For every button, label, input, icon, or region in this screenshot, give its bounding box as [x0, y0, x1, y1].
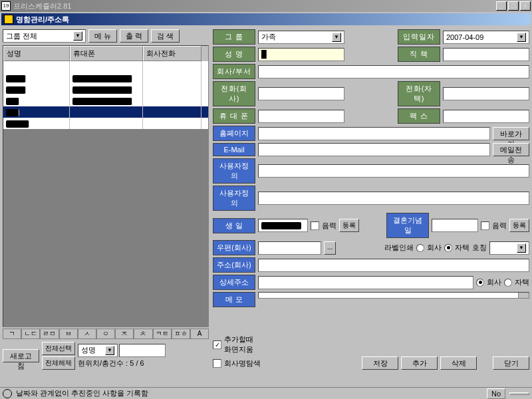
- addr-field[interactable]: [258, 259, 529, 272]
- lunar2-checkbox[interactable]: [481, 221, 489, 230]
- radio-company-label: 회사: [427, 243, 442, 253]
- maximize-button[interactable]: □: [508, 1, 519, 11]
- reg1-button[interactable]: 등록: [339, 219, 359, 232]
- search-field-dropdown[interactable]: 성명 ▼: [78, 344, 118, 357]
- print-button[interactable]: 출 력: [120, 29, 148, 43]
- table-row[interactable]: [3, 118, 208, 129]
- app-icon: 19: [1, 1, 11, 11]
- email-field[interactable]: [258, 143, 490, 156]
- refresh-button[interactable]: 새로고침: [3, 349, 39, 362]
- goto-button[interactable]: 바로가기: [493, 127, 529, 140]
- lunar1-label: 음력: [322, 221, 336, 231]
- lunar2-label: 음력: [492, 221, 507, 231]
- lbl-email: E-Mail: [213, 143, 255, 156]
- save-button[interactable]: 저장: [362, 356, 398, 370]
- index-tab[interactable]: A: [190, 329, 209, 339]
- close-button[interactable]: ×: [520, 1, 531, 11]
- radio-company[interactable]: [416, 244, 424, 252]
- index-tab[interactable]: ㅅ: [78, 329, 96, 339]
- index-tab[interactable]: ㅋㅌ: [153, 329, 172, 339]
- radio-home[interactable]: [444, 244, 452, 252]
- index-tab[interactable]: ㄹㅁ: [40, 329, 59, 339]
- lbl-group: 그 룹: [213, 29, 255, 45]
- group-filter-dropdown[interactable]: 그룹 전체 ▼: [3, 29, 86, 43]
- title-field[interactable]: [443, 48, 529, 61]
- delete-button[interactable]: 삭제: [440, 356, 477, 370]
- index-tab[interactable]: ㅊ: [134, 329, 152, 339]
- lbl-inputdate: 입력일자: [398, 29, 440, 45]
- close-dialog-button[interactable]: 닫기: [493, 356, 529, 370]
- company-search-checkbox[interactable]: [213, 359, 221, 368]
- counter-label: 현위치/총건수 :: [78, 359, 128, 367]
- radio-addr-company[interactable]: [476, 279, 484, 287]
- outer-titlebar: 19 프리스케쥴러2.81 _ □ ×: [0, 0, 532, 12]
- clear-on-add-label2: 화면지움: [224, 344, 253, 354]
- zip-lookup-button[interactable]: ...: [324, 241, 336, 255]
- addr-detail-field[interactable]: [258, 276, 473, 289]
- zip-field[interactable]: [258, 241, 321, 255]
- col-header-name[interactable]: 성명: [3, 46, 70, 61]
- lbl-name: 성 명: [213, 47, 255, 62]
- index-tab[interactable]: ㅍㅎ: [172, 329, 190, 339]
- add-button[interactable]: 추가: [401, 356, 438, 370]
- contacts-grid[interactable]: 성명 휴대폰 회사전화: [3, 45, 209, 327]
- search-input[interactable]: [119, 344, 166, 357]
- radio-home-label: 자택: [455, 243, 469, 253]
- menu-button[interactable]: 메 뉴: [88, 29, 117, 43]
- minimize-button[interactable]: _: [496, 1, 507, 11]
- custom1-field[interactable]: [258, 164, 529, 178]
- table-row[interactable]: [3, 84, 208, 95]
- radio-addr-home[interactable]: [504, 279, 512, 287]
- lbl-tel-company: 전화(회사): [213, 81, 255, 106]
- lbl-mobile: 휴 대 폰: [213, 108, 255, 124]
- company-field[interactable]: [258, 65, 529, 78]
- tel-company-field[interactable]: [258, 87, 344, 100]
- sendmail-button[interactable]: 메일전송: [493, 143, 529, 156]
- index-tab[interactable]: ㄱ: [3, 329, 21, 339]
- chevron-down-icon: ▼: [517, 33, 526, 42]
- memo-textarea[interactable]: [258, 292, 529, 299]
- index-tab[interactable]: ㅇ: [96, 329, 115, 339]
- reg2-button[interactable]: 등록: [509, 219, 529, 232]
- clear-on-add-label1: 추가할때: [224, 334, 253, 344]
- lbl-addr-detail: 상세주소: [213, 275, 255, 290]
- anniversary-field[interactable]: [432, 219, 478, 232]
- counter-value: 5 / 6: [130, 359, 144, 367]
- statusbar: 날짜와 관계없이 추진중인 사항을 기록함 No: [0, 387, 532, 399]
- chevron-down-icon: ▼: [517, 243, 526, 253]
- chevron-down-icon: ▼: [332, 33, 341, 42]
- radio-addr-company-label: 회사: [487, 277, 501, 287]
- group-filter-value: 그룹 전체: [6, 31, 37, 41]
- table-row[interactable]: [3, 106, 208, 118]
- index-tab[interactable]: ㅈ: [115, 329, 134, 339]
- honorific-dropdown[interactable]: ▼: [489, 241, 529, 255]
- lbl-zip: 우편(회사): [213, 240, 255, 255]
- scrollbar[interactable]: [518, 293, 529, 298]
- select-all-button[interactable]: 전체선택: [42, 342, 75, 355]
- tel-home-field[interactable]: [443, 87, 529, 100]
- homepage-field[interactable]: [258, 127, 490, 140]
- table-row[interactable]: [3, 61, 208, 72]
- table-row[interactable]: [3, 72, 208, 84]
- clear-on-add-checkbox[interactable]: ✓: [213, 340, 221, 349]
- col-header-mobile[interactable]: 휴대폰: [70, 46, 143, 61]
- birthday-field[interactable]: [258, 219, 308, 232]
- group-dropdown[interactable]: 가족▼: [258, 31, 344, 44]
- lbl-tel-home: 전화(자택): [398, 81, 440, 106]
- search-button[interactable]: 검 색: [151, 29, 180, 43]
- deselect-all-button[interactable]: 전체해제: [42, 356, 75, 370]
- mobile-field[interactable]: [258, 110, 344, 123]
- custom2-field[interactable]: [258, 192, 529, 205]
- status-no: No: [487, 388, 505, 399]
- name-field[interactable]: █: [258, 48, 344, 61]
- inputdate-dropdown[interactable]: 2007-04-09▼: [443, 31, 529, 44]
- status-text: 날짜와 관계없이 추진중인 사항을 기록함: [16, 388, 483, 398]
- inner-titlebar: 명함관리/주소록: [1, 13, 531, 25]
- index-tab[interactable]: ㅂ: [59, 329, 78, 339]
- window-icon: [4, 15, 13, 24]
- table-row[interactable]: [3, 95, 208, 106]
- lunar1-checkbox[interactable]: [311, 221, 319, 230]
- col-header-comptel[interactable]: 회사전화: [143, 46, 201, 61]
- fax-field[interactable]: [443, 110, 529, 123]
- index-tab[interactable]: ㄴㄷ: [21, 329, 40, 339]
